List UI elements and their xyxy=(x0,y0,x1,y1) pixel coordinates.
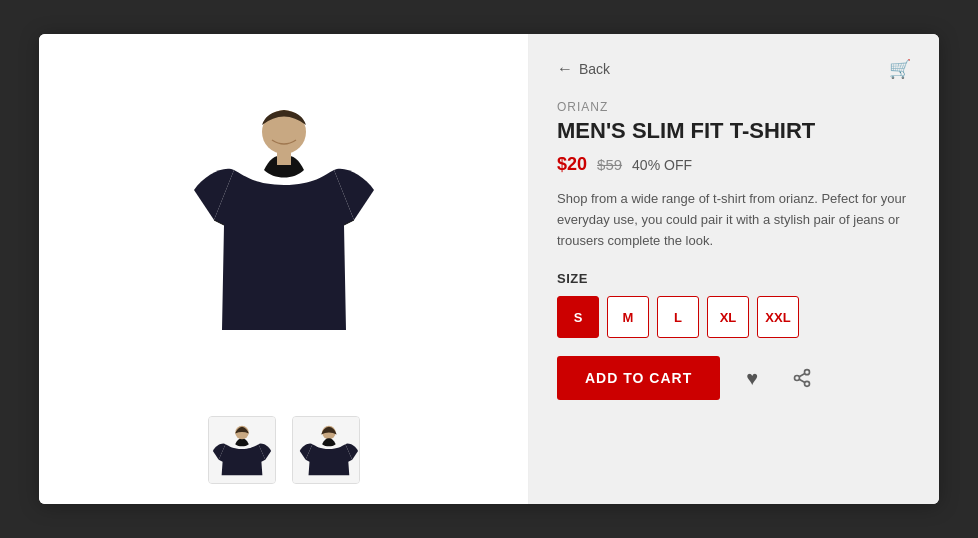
size-label: SIZE xyxy=(557,271,911,286)
add-to-cart-button[interactable]: ADD TO CART xyxy=(557,356,720,400)
product-title: MEN'S SLIM FIT T-SHIRT xyxy=(557,118,911,144)
size-btn-l[interactable]: L xyxy=(657,296,699,338)
details-panel: ← Back 🛒 ORIANZ MEN'S SLIM FIT T-SHIRT $… xyxy=(529,34,939,504)
brand-name: ORIANZ xyxy=(557,100,911,114)
svg-line-12 xyxy=(799,374,805,377)
discount-badge: 40% OFF xyxy=(632,157,692,173)
svg-line-11 xyxy=(799,380,805,383)
tshirt-illustration xyxy=(184,90,384,370)
sale-price: $20 xyxy=(557,154,587,175)
share-button[interactable] xyxy=(784,360,820,396)
size-section: SIZE S M L XL XXL xyxy=(557,271,911,338)
product-description: Shop from a wide range of t-shirt from o… xyxy=(557,189,911,251)
thumbnail-1[interactable] xyxy=(208,416,276,484)
svg-point-9 xyxy=(795,376,800,381)
back-label[interactable]: Back xyxy=(579,61,610,77)
thumb1-img xyxy=(209,417,275,483)
size-btn-m[interactable]: M xyxy=(607,296,649,338)
wishlist-button[interactable]: ♥ xyxy=(734,360,770,396)
back-nav[interactable]: ← Back xyxy=(557,60,610,78)
svg-point-10 xyxy=(805,382,810,387)
size-btn-s[interactable]: S xyxy=(557,296,599,338)
back-arrow-icon: ← xyxy=(557,60,573,78)
original-price: $59 xyxy=(597,156,622,173)
size-btn-xxl[interactable]: XXL xyxy=(757,296,799,338)
thumbnail-2[interactable] xyxy=(292,416,360,484)
cart-icon[interactable]: 🛒 xyxy=(889,58,911,80)
product-card: ← Back 🛒 ORIANZ MEN'S SLIM FIT T-SHIRT $… xyxy=(39,34,939,504)
thumb2-img xyxy=(293,417,359,483)
main-image-container xyxy=(59,54,508,406)
image-panel xyxy=(39,34,529,504)
svg-point-8 xyxy=(805,370,810,375)
action-row: ADD TO CART ♥ xyxy=(557,356,911,400)
svg-rect-1 xyxy=(277,150,291,165)
pricing-row: $20 $59 40% OFF xyxy=(557,154,911,175)
share-icon xyxy=(792,368,812,388)
size-btn-xl[interactable]: XL xyxy=(707,296,749,338)
main-product-image xyxy=(184,90,384,370)
size-buttons-row: S M L XL XXL xyxy=(557,296,911,338)
back-bar: ← Back 🛒 xyxy=(557,58,911,80)
thumbnail-row xyxy=(208,406,360,484)
